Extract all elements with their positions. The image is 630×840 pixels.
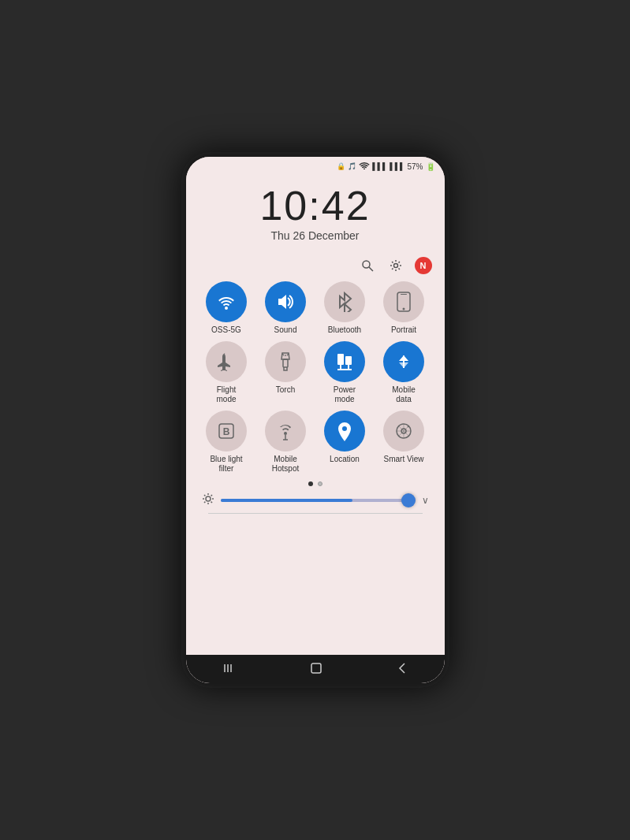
tile-location[interactable]: Location <box>317 411 373 474</box>
brightness-low-icon <box>202 492 214 508</box>
battery-text: 57% <box>407 162 423 171</box>
media-icon: 🎵 <box>348 162 356 170</box>
wifi-icon <box>206 281 247 322</box>
svg-line-23 <box>211 502 211 503</box>
sound-icon <box>265 281 306 322</box>
tile-mobiledata[interactable]: Mobiledata <box>376 341 432 404</box>
divider <box>208 513 423 514</box>
hotspot-label: MobileHotspot <box>272 455 299 474</box>
status-bar: 🔒 🎵 ▌▌▌ ▌▌▌ 57% 🔋 <box>186 157 445 173</box>
svg-point-17 <box>206 496 211 501</box>
dot-1 <box>308 481 313 486</box>
svg-line-25 <box>204 502 205 503</box>
wifi-status-icon <box>359 162 370 171</box>
bluetooth-icon <box>324 281 365 322</box>
search-button[interactable] <box>358 256 377 275</box>
flight-label: Flightmode <box>216 385 236 404</box>
svg-line-24 <box>211 495 211 496</box>
signal2-icon: ▌▌▌ <box>390 162 404 170</box>
brightness-fill <box>221 499 353 502</box>
svg-point-6 <box>403 308 405 310</box>
tile-portrait[interactable]: Portrait <box>376 281 432 335</box>
torch-label: Torch <box>276 385 295 395</box>
tile-flight[interactable]: Flightmode <box>199 341 255 404</box>
tile-wifi[interactable]: OSS-5G <box>199 281 255 335</box>
torch-icon <box>265 341 306 382</box>
brightness-expand-button[interactable]: ∨ <box>422 495 429 506</box>
svg-rect-29 <box>311 663 321 673</box>
smartview-label: Smart View <box>384 455 424 464</box>
signal1-icon: ▌▌▌ <box>372 162 387 170</box>
bluelight-label: Blue lightfilter <box>210 455 242 474</box>
power-icon <box>324 341 365 382</box>
brightness-thumb <box>401 493 416 507</box>
control-panel: N OSS-5G Sound <box>186 248 445 655</box>
status-icons: 🔒 🎵 ▌▌▌ ▌▌▌ 57% 🔋 <box>337 162 434 171</box>
dot-2 <box>318 481 322 486</box>
svg-rect-8 <box>337 354 344 365</box>
tile-bluetooth[interactable]: Bluetooth <box>317 281 373 335</box>
svg-rect-7 <box>283 359 288 367</box>
brightness-row[interactable]: ∨ <box>196 489 435 511</box>
svg-text:B: B <box>223 426 230 437</box>
notification-badge[interactable]: N <box>415 257 432 274</box>
page-dots <box>196 474 435 489</box>
portrait-label: Portrait <box>391 325 416 335</box>
tile-hotspot[interactable]: MobileHotspot <box>258 411 314 474</box>
tile-bluelight[interactable]: B Blue lightfilter <box>199 411 255 474</box>
settings-button[interactable] <box>386 256 405 275</box>
battery-icon: 🔋 <box>426 162 435 171</box>
flight-icon <box>206 341 247 382</box>
lock-icon: 🔒 <box>337 162 345 170</box>
location-label: Location <box>330 455 360 464</box>
tile-sound[interactable]: Sound <box>258 281 314 335</box>
tile-torch[interactable]: Torch <box>258 341 314 404</box>
clock-section: 10:42 Thu 26 December <box>186 173 445 248</box>
bluetooth-label: Bluetooth <box>328 325 361 335</box>
phone-device: 🔒 🎵 ▌▌▌ ▌▌▌ 57% 🔋 10:42 Thu 26 December <box>181 152 449 688</box>
smartview-icon <box>383 411 424 452</box>
hotspot-icon <box>265 411 306 452</box>
portrait-icon <box>383 281 424 322</box>
svg-rect-9 <box>345 356 352 365</box>
clock-time: 10:42 <box>259 185 370 226</box>
home-button[interactable] <box>310 662 322 677</box>
sound-label: Sound <box>274 325 297 335</box>
action-bar: N <box>196 255 435 281</box>
back-button[interactable] <box>397 662 407 677</box>
bluelight-icon: B <box>206 411 247 452</box>
mobiledata-icon <box>383 341 424 382</box>
notification-label: N <box>420 261 427 270</box>
location-icon <box>324 411 365 452</box>
tile-power[interactable]: Powermode <box>317 341 373 404</box>
svg-line-1 <box>369 267 373 271</box>
mobiledata-label: Mobiledata <box>392 385 415 404</box>
svg-point-0 <box>363 261 370 268</box>
power-label: Powermode <box>334 385 356 404</box>
nav-bar <box>186 655 445 683</box>
phone-screen: 🔒 🎵 ▌▌▌ ▌▌▌ 57% 🔋 10:42 Thu 26 December <box>186 157 445 683</box>
svg-line-22 <box>204 495 205 496</box>
tiles-grid: OSS-5G Sound Bluetooth <box>196 281 435 474</box>
tile-smartview[interactable]: Smart View <box>376 411 432 474</box>
brightness-track[interactable] <box>221 499 416 502</box>
wifi-label: OSS-5G <box>211 325 241 335</box>
svg-point-2 <box>393 264 397 268</box>
clock-date: Thu 26 December <box>270 229 359 242</box>
svg-marker-3 <box>278 295 286 309</box>
svg-rect-5 <box>401 294 407 295</box>
recent-button[interactable] <box>223 663 236 676</box>
